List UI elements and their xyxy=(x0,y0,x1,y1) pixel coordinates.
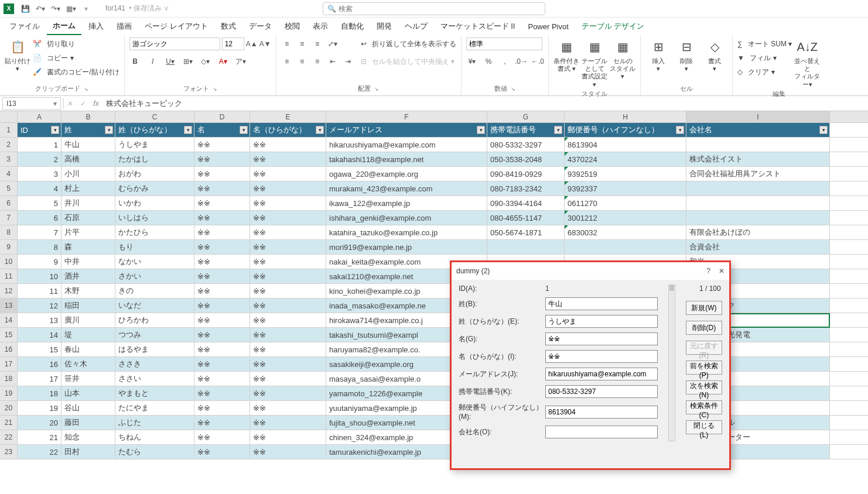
table-cell[interactable]: ※※ xyxy=(194,269,250,283)
table-cell[interactable]: たにやま xyxy=(115,401,194,415)
table-cell[interactable]: 11 xyxy=(18,284,61,298)
table-cell[interactable]: ※※ xyxy=(250,328,326,342)
row-header-2[interactable]: 2 xyxy=(0,138,18,152)
filter-arrow-icon[interactable]: ▾ xyxy=(316,126,324,134)
table-cell[interactable]: 1 xyxy=(18,138,61,152)
table-cell[interactable]: ※※ xyxy=(250,181,326,195)
table-cell[interactable]: ※※ xyxy=(250,196,326,210)
table-cell[interactable]: ※※ xyxy=(194,445,250,459)
table-cell[interactable]: ※※ xyxy=(194,225,250,239)
table-cell[interactable]: ※※ xyxy=(250,240,326,254)
row-header-11[interactable]: 11 xyxy=(0,269,18,283)
table-cell[interactable]: ※※ xyxy=(250,313,326,327)
col-header-C[interactable]: C xyxy=(115,111,194,122)
align-top-icon[interactable]: ≡ xyxy=(281,38,293,50)
table-cell[interactable]: ※※ xyxy=(194,211,250,225)
table-cell[interactable]: ささき xyxy=(115,357,194,371)
table-cell[interactable]: ※※ xyxy=(194,196,250,210)
table-cell[interactable]: たかはし xyxy=(115,152,194,166)
table-cell[interactable]: ※※ xyxy=(250,386,326,400)
table-cell[interactable]: うしやま xyxy=(115,138,194,152)
decimal-inc-icon[interactable]: .0→ xyxy=(515,56,527,67)
merge-center-button[interactable]: ⊟ セルを結合して中央揃え ▾ xyxy=(361,55,456,68)
table-cell[interactable]: ※※ xyxy=(250,299,326,313)
table-cell[interactable]: takahashi118@example.net xyxy=(326,152,487,166)
table-cell[interactable]: むらかみ xyxy=(115,181,194,195)
table-cell[interactable]: ※※ xyxy=(250,430,326,444)
table-cell[interactable]: 谷山 xyxy=(61,401,115,415)
table-cell[interactable]: murakami_423@example.com xyxy=(326,181,487,195)
table-cell[interactable]: ikawa_122@example.jp xyxy=(326,196,487,210)
tab-insert[interactable]: 挿入 xyxy=(83,18,110,35)
table-cell[interactable]: ※※ xyxy=(194,284,250,298)
currency-icon[interactable]: ¥▾ xyxy=(466,56,478,67)
field-meih-input[interactable] xyxy=(545,350,658,363)
format-painter-button[interactable]: 🖌️ 書式のコピー/貼り付け xyxy=(33,66,119,78)
table-cell[interactable] xyxy=(686,181,830,195)
table-cell[interactable]: 田村 xyxy=(61,445,115,459)
delete-cells-button[interactable]: ⊟削除 ▾ xyxy=(674,37,699,73)
col-header-D[interactable]: D xyxy=(194,111,250,122)
copy-button[interactable]: 📄 コピー ▾ xyxy=(33,52,119,64)
table-cell[interactable]: たむら xyxy=(115,445,194,459)
launcher-icon[interactable]: ↘ xyxy=(374,86,379,92)
table-cell[interactable]: 16 xyxy=(18,357,61,371)
filter-arrow-icon[interactable]: ▾ xyxy=(105,126,113,134)
field-co-input[interactable] xyxy=(545,426,658,438)
table-cell[interactable]: いなだ xyxy=(115,299,194,313)
filter-arrow-icon[interactable]: ▾ xyxy=(477,126,485,134)
table-cell[interactable]: かたひら xyxy=(115,225,194,239)
table-cell[interactable]: なかい xyxy=(115,255,194,269)
find-prev-button[interactable]: 前を検索(P) xyxy=(686,361,722,375)
table-header[interactable]: 郵便番号（ハイフンなし）▾ xyxy=(565,123,686,137)
sort-filter-button[interactable]: A↓Z並べ替えと フィルター▾ xyxy=(794,37,820,88)
table-cell[interactable]: 合資会社 xyxy=(686,240,830,254)
col-header-B[interactable]: B xyxy=(61,111,115,122)
tab-automate[interactable]: 自動化 xyxy=(335,18,370,35)
table-cell[interactable]: 小川 xyxy=(61,167,115,181)
font-size-select[interactable] xyxy=(222,37,244,50)
table-cell[interactable] xyxy=(487,240,565,254)
table-cell[interactable]: hikaruushiyama@example.com xyxy=(326,138,487,152)
launcher-icon[interactable]: ↘ xyxy=(84,86,88,92)
table-cell[interactable]: ※※ xyxy=(250,211,326,225)
table-cell[interactable]: ishihara_genki@example.com xyxy=(326,211,487,225)
table-cell[interactable]: 9392519 xyxy=(565,167,686,181)
table-cell[interactable]: 17 xyxy=(18,372,61,386)
clear-button[interactable]: ◇ クリア ▾ xyxy=(737,66,792,78)
tab-view[interactable]: 表示 xyxy=(307,18,334,35)
align-right-icon[interactable]: ≡ xyxy=(312,56,323,67)
table-cell[interactable]: 牛山 xyxy=(61,138,115,152)
table-cell[interactable]: 9392337 xyxy=(565,181,686,195)
table-cell[interactable]: ※※ xyxy=(194,240,250,254)
table-cell[interactable]: 090-3394-4164 xyxy=(487,196,565,210)
row-header-13[interactable]: 13 xyxy=(0,299,18,313)
table-cell[interactable]: 080-7183-2342 xyxy=(487,181,565,195)
field-zip-input[interactable] xyxy=(545,406,658,418)
font-color-button[interactable]: A▾ xyxy=(217,56,229,67)
table-cell[interactable]: ※※ xyxy=(250,284,326,298)
table-cell[interactable]: 村上 xyxy=(61,181,115,195)
row-header-12[interactable]: 12 xyxy=(0,284,18,298)
table-header[interactable]: 名（ひらがな）▾ xyxy=(250,123,326,137)
table-cell[interactable] xyxy=(686,211,830,225)
table-cell[interactable]: 15 xyxy=(18,342,61,356)
help-icon[interactable]: ? xyxy=(706,267,710,275)
col-header-F[interactable]: F xyxy=(326,111,487,122)
table-cell[interactable]: 山本 xyxy=(61,386,115,400)
table-cell[interactable]: はるやま xyxy=(115,342,194,356)
table-cell[interactable]: 10 xyxy=(18,269,61,283)
qat-overflow-icon[interactable]: ▾ xyxy=(80,3,92,15)
field-sei-input[interactable] xyxy=(545,297,658,310)
decrease-font-icon[interactable]: A▼ xyxy=(259,38,271,50)
table-cell[interactable]: 6830032 xyxy=(565,225,686,239)
table-cell[interactable]: 0611270 xyxy=(565,196,686,210)
table-cell[interactable]: 5 xyxy=(18,196,61,210)
table-cell[interactable]: いかわ xyxy=(115,196,194,210)
tab-table-design[interactable]: テーブル デザイン xyxy=(576,18,651,35)
filter-arrow-icon[interactable]: ▾ xyxy=(184,126,192,134)
table-cell[interactable]: ※※ xyxy=(250,152,326,166)
table-header[interactable]: 姓▾ xyxy=(61,123,115,137)
table-cell[interactable]: ※※ xyxy=(250,401,326,415)
table-cell[interactable]: ※※ xyxy=(194,299,250,313)
